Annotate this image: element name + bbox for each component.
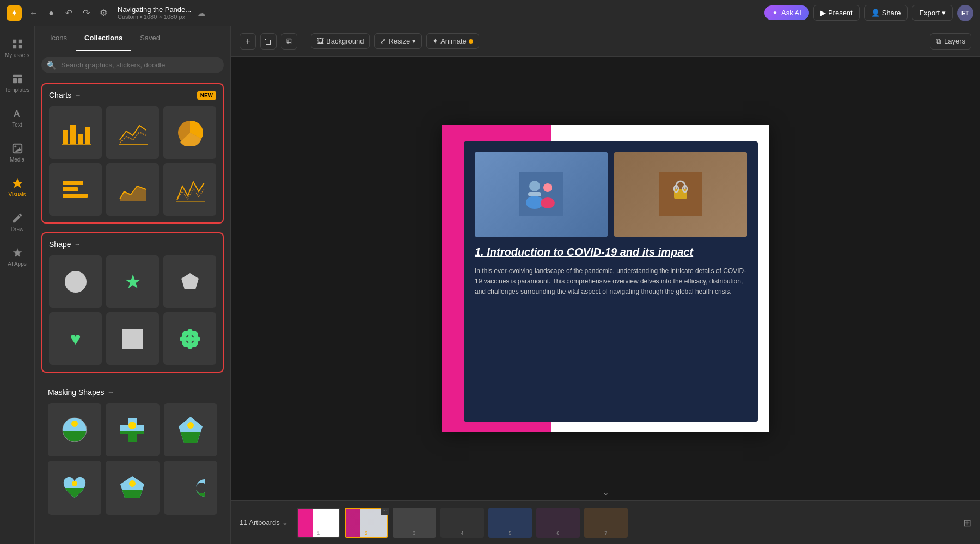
- shape-item-circle[interactable]: [49, 255, 102, 308]
- thumbnail-1[interactable]: 1: [297, 508, 340, 538]
- search-input[interactable]: [41, 57, 224, 73]
- svg-point-49: [129, 480, 136, 487]
- mask-item-crescent[interactable]: [164, 461, 217, 514]
- shape-item-heart[interactable]: ♥: [49, 312, 102, 365]
- slide-image-lock[interactable]: [614, 152, 747, 237]
- chart-item-bar[interactable]: [49, 106, 102, 159]
- redo-button[interactable]: ↷: [78, 5, 94, 21]
- sidebar-item-templates[interactable]: Templates: [0, 65, 35, 100]
- back-button[interactable]: ←: [26, 5, 41, 21]
- settings-button[interactable]: ⚙: [96, 5, 111, 21]
- shape-section-title[interactable]: Shape →: [49, 240, 81, 249]
- chart-item-zigzag[interactable]: [163, 163, 216, 216]
- undo-button[interactable]: ↶: [61, 5, 76, 21]
- sidebar-item-media[interactable]: Media: [0, 135, 35, 170]
- shape-item-star[interactable]: ★: [106, 255, 159, 308]
- icon-sidebar: My assets Templates A Text Media Visuals…: [0, 26, 35, 544]
- svg-marker-22: [181, 273, 199, 289]
- masking-arrow-icon: →: [108, 388, 114, 396]
- svg-rect-3: [18, 45, 21, 48]
- masking-section-title[interactable]: Masking Shapes →: [48, 388, 114, 397]
- sidebar-label-media: Media: [10, 157, 24, 163]
- avatar[interactable]: ET: [957, 5, 973, 21]
- shape-item-square[interactable]: [106, 312, 159, 365]
- mask-item-cross[interactable]: [106, 403, 159, 456]
- sidebar-item-draw[interactable]: Draw: [0, 205, 35, 239]
- thumbnail-3[interactable]: 3: [393, 508, 436, 538]
- svg-point-56: [541, 197, 555, 208]
- svg-point-45: [72, 481, 77, 486]
- svg-rect-5: [13, 78, 16, 83]
- chart-item-hbar[interactable]: [49, 163, 102, 216]
- sidebar-label-draw: Draw: [11, 226, 23, 232]
- search-icon: 🔍: [47, 61, 56, 70]
- shape-item-flower[interactable]: [163, 312, 216, 365]
- charts-section-title[interactable]: Charts →: [49, 91, 81, 100]
- delete-element-button[interactable]: 🗑: [260, 33, 277, 50]
- thumbnail-7[interactable]: 7: [584, 508, 628, 538]
- sidebar-label-templates: Templates: [5, 87, 30, 93]
- tab-icons[interactable]: Icons: [41, 26, 76, 51]
- sidebar-item-visuals[interactable]: Visuals: [0, 170, 35, 205]
- share-button[interactable]: 👤 Share: [864, 5, 908, 21]
- cloud-save-icon: ☁: [198, 9, 205, 17]
- svg-rect-20: [63, 194, 88, 198]
- zigzag-chart-icon: [175, 176, 205, 203]
- tab-collections[interactable]: Collections: [76, 26, 131, 51]
- export-button[interactable]: Export ▾: [912, 5, 953, 21]
- chart-item-line[interactable]: [106, 106, 159, 159]
- charts-grid: [49, 106, 216, 216]
- flower-shape: [179, 328, 201, 350]
- slide-image-people[interactable]: [475, 152, 608, 237]
- thumbnail-2[interactable]: 2 ⋯: [345, 508, 388, 538]
- grid-view-icon[interactable]: ⊞: [963, 517, 971, 529]
- mask-item-pentagon[interactable]: [106, 461, 159, 514]
- slide-content-box: 1. Introduction to COVID-19 and its impa…: [464, 141, 758, 422]
- ask-ai-button[interactable]: ✦ Ask AI: [764, 5, 809, 20]
- shape-section-header: Shape →: [49, 240, 216, 249]
- animate-button[interactable]: ✦ Animate: [426, 33, 479, 49]
- sidebar-item-my-assets[interactable]: My assets: [0, 30, 35, 65]
- present-button[interactable]: ▶ Present: [813, 5, 860, 21]
- svg-rect-44: [60, 488, 89, 502]
- shape-grid: ★ ♥: [49, 255, 216, 365]
- thumbnail-5[interactable]: 5: [488, 508, 532, 538]
- nav-icons: ← ● ↶ ↷ ⚙: [26, 5, 111, 21]
- mask-item-circle[interactable]: [48, 403, 101, 456]
- mask-item-heart[interactable]: [48, 461, 101, 514]
- chevron-down-button[interactable]: ⌄: [602, 487, 609, 497]
- duplicate-element-button[interactable]: ⧉: [281, 33, 297, 50]
- sidebar-item-text[interactable]: A Text: [0, 100, 35, 135]
- sidebar-item-ai-apps[interactable]: AI Apps: [0, 239, 35, 274]
- document-name: Navigating the Pande...: [118, 5, 191, 14]
- app-logo[interactable]: ✦: [7, 5, 22, 21]
- svg-rect-1: [18, 39, 21, 42]
- star-icon: [11, 177, 23, 189]
- tab-saved[interactable]: Saved: [131, 26, 169, 51]
- shape-item-pentagon[interactable]: [163, 255, 216, 308]
- thumbnail-4[interactable]: 4: [440, 508, 484, 538]
- background-button[interactable]: 🖼 Background: [311, 33, 370, 49]
- svg-rect-13: [78, 134, 83, 144]
- svg-rect-34: [63, 431, 87, 442]
- canvas-viewport[interactable]: 1. Introduction to COVID-19 and its impa…: [231, 57, 980, 500]
- bottom-bar: 11 Artboards ⌄ 1 2: [231, 500, 980, 544]
- text-icon: A: [11, 108, 23, 120]
- thumbnails-row: 1 2 ⋯ 3: [297, 508, 963, 538]
- add-element-button[interactable]: +: [240, 33, 256, 50]
- thumbnail-6[interactable]: 6: [536, 508, 580, 538]
- canvas-toolbar: + 🗑 ⧉ 🖼 Background ⤢ Resize ▾ ✦ Animate …: [231, 26, 980, 57]
- layers-button[interactable]: ⧉ Layers: [930, 33, 971, 50]
- lock-image-icon: [659, 172, 702, 216]
- artboards-label[interactable]: 11 Artboards ⌄: [240, 518, 288, 527]
- ai-star-icon: ✦: [772, 9, 778, 17]
- thumb-options-icon[interactable]: ⋯: [382, 508, 388, 514]
- chart-item-pie[interactable]: [163, 106, 216, 159]
- mask-item-diamond[interactable]: [164, 403, 217, 456]
- chart-item-area[interactable]: [106, 163, 159, 216]
- layout-icon: [11, 73, 23, 85]
- resize-button[interactable]: ⤢ Resize ▾: [374, 33, 422, 49]
- animate-icon: ✦: [432, 37, 438, 45]
- history-button[interactable]: ●: [44, 5, 59, 21]
- mask-cross-icon: [118, 416, 146, 444]
